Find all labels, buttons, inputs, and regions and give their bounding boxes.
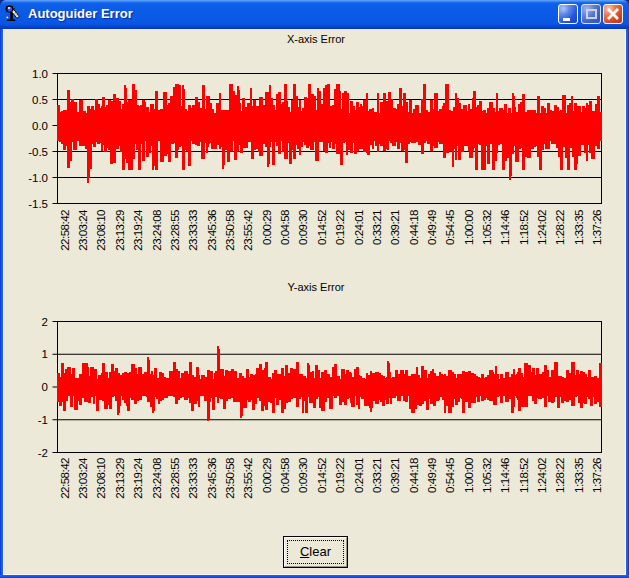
svg-text:23:19:24: 23:19:24 [132, 457, 144, 499]
svg-text:0:49:49: 0:49:49 [426, 458, 438, 493]
svg-text:-0.5: -0.5 [28, 146, 48, 158]
svg-text:22:58:42: 22:58:42 [59, 458, 71, 499]
svg-text:23:28:55: 23:28:55 [169, 210, 181, 251]
svg-text:0:44:18: 0:44:18 [408, 458, 420, 493]
svg-text:0:44:18: 0:44:18 [408, 210, 420, 245]
svg-text:1:28:22: 1:28:22 [554, 458, 566, 493]
svg-text:1:37:26: 1:37:26 [591, 210, 603, 245]
svg-text:0:04:58: 0:04:58 [279, 210, 291, 245]
svg-text:23:08:10: 23:08:10 [95, 458, 107, 499]
svg-text:0:49:49: 0:49:49 [426, 210, 438, 245]
svg-text:1:33:35: 1:33:35 [573, 210, 585, 245]
svg-text:0:24:01: 0:24:01 [353, 458, 365, 493]
svg-text:23:24:08: 23:24:08 [151, 210, 163, 251]
svg-text:23:55:42: 23:55:42 [242, 210, 254, 251]
svg-text:-1.0: -1.0 [28, 172, 48, 184]
svg-text:23:13:29: 23:13:29 [114, 458, 126, 499]
svg-text:23:03:24: 23:03:24 [77, 457, 89, 499]
svg-text:2: 2 [42, 316, 48, 328]
svg-text:1:24:02: 1:24:02 [536, 210, 548, 245]
svg-text:0: 0 [42, 381, 48, 393]
svg-text:0:14:52: 0:14:52 [316, 458, 328, 493]
svg-text:23:19:24: 23:19:24 [132, 209, 144, 251]
svg-text:1.0: 1.0 [32, 68, 48, 80]
svg-text:-2: -2 [38, 447, 48, 459]
svg-text:0:33:21: 0:33:21 [371, 458, 383, 493]
svg-text:1:00:00: 1:00:00 [463, 210, 475, 245]
svg-text:23:55:42: 23:55:42 [242, 458, 254, 499]
svg-text:22:58:42: 22:58:42 [59, 210, 71, 251]
svg-text:23:03:24: 23:03:24 [77, 209, 89, 251]
svg-text:0:00:29: 0:00:29 [261, 458, 273, 493]
svg-text:0:39:21: 0:39:21 [389, 210, 401, 245]
svg-text:1:18:52: 1:18:52 [518, 210, 530, 245]
svg-text:1:28:22: 1:28:22 [554, 210, 566, 245]
svg-text:0.5: 0.5 [32, 94, 48, 106]
svg-text:1:14:46: 1:14:46 [499, 458, 511, 493]
svg-text:0:39:21: 0:39:21 [389, 458, 401, 493]
svg-text:1:05:32: 1:05:32 [481, 458, 493, 493]
svg-text:23:28:55: 23:28:55 [169, 458, 181, 499]
svg-text:0:19:22: 0:19:22 [334, 458, 346, 493]
svg-text:1:18:52: 1:18:52 [518, 458, 530, 493]
svg-text:1:33:35: 1:33:35 [573, 458, 585, 493]
svg-text:0:19:22: 0:19:22 [334, 210, 346, 245]
svg-text:23:45:36: 23:45:36 [206, 458, 218, 499]
svg-text:0:54:45: 0:54:45 [444, 210, 456, 245]
svg-text:1:05:32: 1:05:32 [481, 210, 493, 245]
svg-text:23:08:10: 23:08:10 [95, 210, 107, 251]
svg-text:1:00:00: 1:00:00 [463, 458, 475, 493]
svg-text:1: 1 [42, 348, 48, 360]
svg-text:23:50:58: 23:50:58 [224, 458, 236, 499]
svg-text:0:09:30: 0:09:30 [297, 458, 309, 493]
svg-text:23:24:08: 23:24:08 [151, 458, 163, 499]
svg-text:0:24:01: 0:24:01 [353, 210, 365, 245]
svg-text:1:24:02: 1:24:02 [536, 458, 548, 493]
svg-text:0:04:58: 0:04:58 [279, 458, 291, 493]
svg-text:1:37:26: 1:37:26 [591, 458, 603, 493]
svg-text:-1.5: -1.5 [28, 198, 48, 210]
svg-text:0.0: 0.0 [32, 120, 48, 132]
svg-text:23:33:33: 23:33:33 [187, 458, 199, 499]
svg-text:0:14:52: 0:14:52 [316, 210, 328, 245]
svg-text:0:00:29: 0:00:29 [261, 210, 273, 245]
svg-text:23:50:58: 23:50:58 [224, 210, 236, 251]
svg-text:23:33:33: 23:33:33 [187, 210, 199, 251]
svg-text:23:13:29: 23:13:29 [114, 210, 126, 251]
svg-text:1:14:46: 1:14:46 [499, 210, 511, 245]
svg-text:23:45:36: 23:45:36 [206, 210, 218, 251]
svg-text:-1: -1 [38, 414, 48, 426]
svg-text:0:09:30: 0:09:30 [297, 210, 309, 245]
svg-text:0:33:21: 0:33:21 [371, 210, 383, 245]
svg-text:0:54:45: 0:54:45 [444, 458, 456, 493]
